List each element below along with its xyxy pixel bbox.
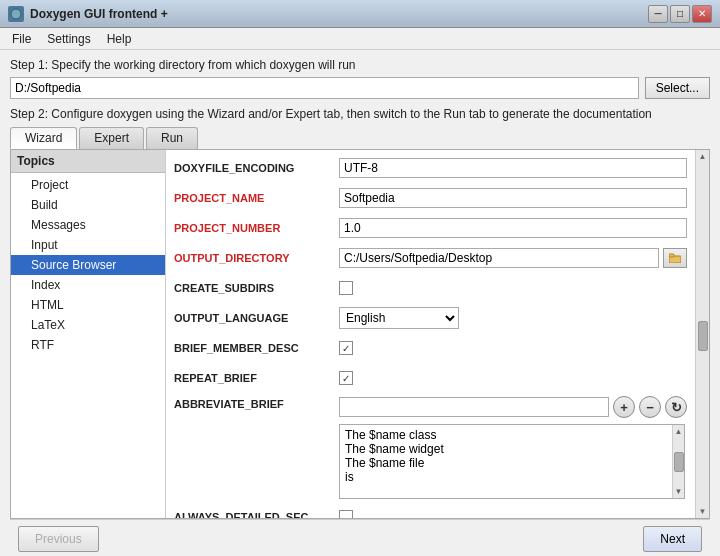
previous-button[interactable]: Previous bbox=[18, 526, 99, 552]
config-abbreviate-brief: ABBREVIATE_BRIEF + − ↻ bbox=[174, 396, 687, 418]
always-detailed-sec-value bbox=[339, 510, 687, 518]
right-panel: DOXYFILE_ENCODING PROJECT_NAME bbox=[166, 150, 695, 518]
brief-list-item: The $name widget bbox=[345, 442, 667, 456]
brief-member-desc-label: BRIEF_MEMBER_DESC bbox=[174, 342, 339, 354]
project-name-input[interactable] bbox=[339, 188, 687, 208]
config-always-detailed-sec: ALWAYS_DETAILED_SEC bbox=[174, 505, 687, 518]
step1-label: Step 1: Specify the working directory fr… bbox=[10, 58, 710, 72]
output-language-select[interactable]: English Dutch French German Spanish bbox=[339, 307, 459, 329]
step2-label: Step 2: Configure doxygen using the Wiza… bbox=[10, 107, 710, 121]
sidebar-item-html[interactable]: HTML bbox=[11, 295, 165, 315]
sidebar-item-source-browser[interactable]: Source Browser bbox=[11, 255, 165, 275]
output-directory-label: OUTPUT_DIRECTORY bbox=[174, 252, 339, 264]
abbreviate-brief-label: ABBREVIATE_BRIEF bbox=[174, 396, 339, 410]
window-controls: ─ □ ✕ bbox=[648, 5, 712, 23]
config-output-language: OUTPUT_LANGUAGE English Dutch French Ger… bbox=[174, 306, 687, 330]
right-panel-wrapper: DOXYFILE_ENCODING PROJECT_NAME bbox=[166, 150, 709, 518]
doxyfile-encoding-input[interactable] bbox=[339, 158, 687, 178]
title-bar: Doxygen GUI frontend + ─ □ ✕ bbox=[0, 0, 720, 28]
brief-list-content: The $name class The $name widget The $na… bbox=[340, 425, 672, 498]
abbreviate-brief-input[interactable] bbox=[339, 397, 609, 417]
tab-wizard[interactable]: Wizard bbox=[10, 127, 77, 149]
sidebar-item-input[interactable]: Input bbox=[11, 235, 165, 255]
config-create-subdirs: CREATE_SUBDIRS bbox=[174, 276, 687, 300]
create-subdirs-checkbox[interactable] bbox=[339, 281, 353, 295]
menu-settings[interactable]: Settings bbox=[39, 30, 98, 48]
select-button[interactable]: Select... bbox=[645, 77, 710, 99]
content-area: Topics Project Build Messages Input Sour… bbox=[10, 149, 710, 519]
config-project-name: PROJECT_NAME bbox=[174, 186, 687, 210]
menu-bar: File Settings Help bbox=[0, 28, 720, 50]
config-repeat-brief: REPEAT_BRIEF bbox=[174, 366, 687, 390]
title-bar-left: Doxygen GUI frontend + bbox=[8, 6, 168, 22]
bottom-nav: Previous Next bbox=[10, 519, 710, 556]
maximize-button[interactable]: □ bbox=[670, 5, 690, 23]
always-detailed-sec-checkbox[interactable] bbox=[339, 510, 353, 518]
abbreviate-brief-controls: + − ↻ bbox=[339, 396, 687, 418]
abbreviate-remove-button[interactable]: − bbox=[639, 396, 661, 418]
sidebar-list: Project Build Messages Input Source Brow… bbox=[11, 173, 165, 518]
sidebar: Topics Project Build Messages Input Sour… bbox=[11, 150, 166, 518]
config-output-directory: OUTPUT_DIRECTORY bbox=[174, 246, 687, 270]
brief-member-desc-value bbox=[339, 341, 687, 355]
menu-help[interactable]: Help bbox=[99, 30, 140, 48]
app-icon bbox=[8, 6, 24, 22]
brief-list-item: The $name class bbox=[345, 428, 667, 442]
always-detailed-sec-label: ALWAYS_DETAILED_SEC bbox=[174, 511, 339, 518]
repeat-brief-value bbox=[339, 371, 687, 385]
output-language-value: English Dutch French German Spanish bbox=[339, 307, 687, 329]
brief-list-container: The $name class The $name widget The $na… bbox=[339, 424, 685, 499]
brief-list-item: is bbox=[345, 470, 667, 484]
right-scroll-area: DOXYFILE_ENCODING PROJECT_NAME bbox=[166, 150, 695, 518]
config-brief-member-desc: BRIEF_MEMBER_DESC bbox=[174, 336, 687, 360]
project-number-label: PROJECT_NUMBER bbox=[174, 222, 339, 234]
working-dir-input[interactable] bbox=[10, 77, 639, 99]
create-subdirs-label: CREATE_SUBDIRS bbox=[174, 282, 339, 294]
brief-list-item: The $name file bbox=[345, 456, 667, 470]
doxyfile-encoding-value bbox=[339, 158, 687, 178]
output-directory-value bbox=[339, 248, 687, 268]
working-dir-row: Select... bbox=[10, 77, 710, 99]
output-directory-browse-button[interactable] bbox=[663, 248, 687, 268]
project-name-value bbox=[339, 188, 687, 208]
sidebar-item-rtf[interactable]: RTF bbox=[11, 335, 165, 355]
tabs-row: Wizard Expert Run bbox=[10, 127, 710, 149]
doxyfile-encoding-label: DOXYFILE_ENCODING bbox=[174, 162, 339, 174]
minimize-button[interactable]: ─ bbox=[648, 5, 668, 23]
sidebar-item-latex[interactable]: LaTeX bbox=[11, 315, 165, 335]
folder-icon bbox=[669, 253, 681, 263]
project-number-value bbox=[339, 218, 687, 238]
sidebar-item-index[interactable]: Index bbox=[11, 275, 165, 295]
sidebar-item-build[interactable]: Build bbox=[11, 195, 165, 215]
project-name-label: PROJECT_NAME bbox=[174, 192, 339, 204]
project-number-input[interactable] bbox=[339, 218, 687, 238]
brief-list-area: The $name class The $name widget The $na… bbox=[339, 424, 685, 499]
sidebar-item-messages[interactable]: Messages bbox=[11, 215, 165, 235]
main-content: Step 1: Specify the working directory fr… bbox=[0, 50, 720, 556]
window-title: Doxygen GUI frontend + bbox=[30, 7, 168, 21]
brief-member-desc-checkbox[interactable] bbox=[339, 341, 353, 355]
output-directory-input[interactable] bbox=[339, 248, 659, 268]
abbreviate-add-button[interactable]: + bbox=[613, 396, 635, 418]
tab-expert[interactable]: Expert bbox=[79, 127, 144, 149]
repeat-brief-label: REPEAT_BRIEF bbox=[174, 372, 339, 384]
next-button[interactable]: Next bbox=[643, 526, 702, 552]
output-language-label: OUTPUT_LANGUAGE bbox=[174, 312, 339, 324]
menu-file[interactable]: File bbox=[4, 30, 39, 48]
sidebar-item-project[interactable]: Project bbox=[11, 175, 165, 195]
right-panel-scrollbar[interactable]: ▲ ▼ bbox=[695, 150, 709, 518]
tab-run[interactable]: Run bbox=[146, 127, 198, 149]
svg-rect-2 bbox=[669, 254, 674, 257]
config-doxyfile-encoding: DOXYFILE_ENCODING bbox=[174, 156, 687, 180]
create-subdirs-value bbox=[339, 281, 687, 295]
brief-list-scrollbar[interactable]: ▲ ▼ bbox=[672, 425, 684, 498]
sidebar-header: Topics bbox=[11, 150, 165, 173]
config-project-number: PROJECT_NUMBER bbox=[174, 216, 687, 240]
close-button[interactable]: ✕ bbox=[692, 5, 712, 23]
repeat-brief-checkbox[interactable] bbox=[339, 371, 353, 385]
abbreviate-refresh-button[interactable]: ↻ bbox=[665, 396, 687, 418]
svg-point-0 bbox=[11, 9, 21, 19]
